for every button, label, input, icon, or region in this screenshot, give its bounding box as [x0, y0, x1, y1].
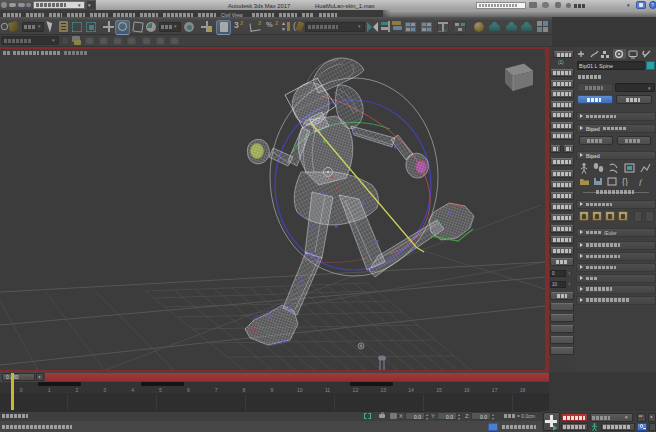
svg-text:{}: {} — [622, 177, 628, 186]
svg-text:f: f — [639, 177, 643, 186]
